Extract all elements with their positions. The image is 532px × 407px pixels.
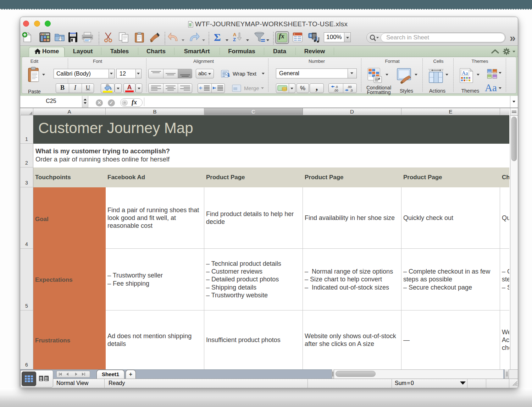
svg-text:A: A [233,32,237,37]
svg-text:.00: .00 [334,89,338,92]
svg-text:.0: .0 [335,85,338,89]
svg-text:Aa: Aa [462,70,468,76]
svg-text:.0: .0 [350,89,353,92]
svg-text:.00: .00 [347,85,352,89]
svg-text:Z: Z [233,37,236,42]
